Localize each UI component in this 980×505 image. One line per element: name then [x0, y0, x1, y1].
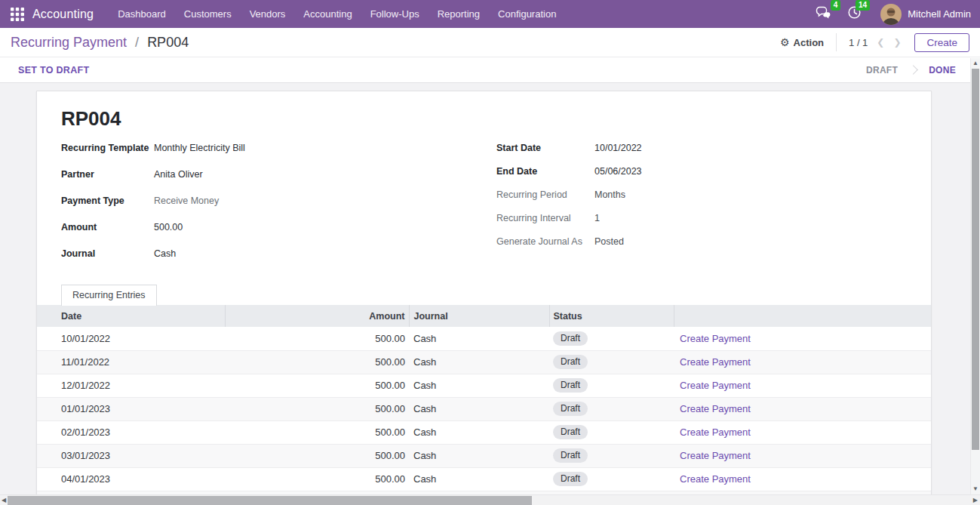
create-payment-link[interactable]: Create Payment — [680, 426, 751, 438]
entry-action-cell: Create Payment — [674, 350, 931, 374]
divider — [836, 33, 837, 51]
field-value[interactable]: 1 — [594, 211, 600, 226]
create-payment-link[interactable]: Create Payment — [680, 356, 751, 368]
scroll-right-arrow-icon[interactable]: ▶ — [973, 495, 978, 505]
field-value[interactable]: Posted — [594, 235, 624, 249]
menu-item-dashboard[interactable]: Dashboard — [109, 0, 175, 28]
messages-button[interactable]: 4 — [816, 6, 831, 22]
breadcrumb-current: RP004 — [147, 35, 189, 50]
scroll-left-arrow-icon[interactable]: ◀ — [2, 495, 6, 505]
field-value[interactable]: Receive Money — [154, 194, 219, 208]
menu-item-accounting[interactable]: Accounting — [294, 0, 361, 28]
chat-icon — [816, 6, 831, 22]
status-badge: Draft — [553, 355, 588, 369]
menu-item-reporting[interactable]: Reporting — [429, 0, 489, 28]
field-label: Start Date — [496, 141, 594, 156]
entry-action-cell: Create Payment — [674, 467, 931, 491]
field-label: Recurring Template — [61, 141, 154, 156]
create-button[interactable]: Create — [914, 33, 969, 52]
menu-item-follow-ups[interactable]: Follow-Ups — [361, 0, 429, 28]
column-header-date[interactable]: Date — [37, 305, 225, 327]
field-value[interactable]: Months — [594, 188, 625, 202]
create-payment-link[interactable]: Create Payment — [680, 450, 751, 461]
field-label: Recurring Period — [496, 188, 594, 202]
status-stage-done[interactable]: DONE — [929, 65, 956, 75]
table-row[interactable]: 01/01/2023500.00CashDraftCreate Payment — [37, 397, 931, 420]
entry-action-cell: Create Payment — [674, 444, 931, 467]
entry-amount: 500.00 — [225, 374, 409, 397]
column-header-amount[interactable]: Amount — [225, 305, 409, 327]
activities-badge: 14 — [856, 0, 870, 11]
table-row[interactable]: 02/01/2023500.00CashDraftCreate Payment — [37, 420, 931, 444]
field-label: Amount — [61, 220, 154, 235]
entry-action-cell: Create Payment — [674, 420, 931, 444]
pager-next-button[interactable]: ❯ — [893, 38, 901, 47]
breadcrumb: Recurring Payment / RP004 — [11, 35, 189, 51]
messages-badge: 4 — [831, 0, 841, 11]
entry-status-cell: Draft — [549, 444, 674, 467]
entry-amount: 500.00 — [225, 350, 409, 374]
field-value[interactable]: Monthly Electricity Bill — [154, 141, 245, 156]
status-stages: DRAFT DONE — [866, 65, 957, 75]
entry-journal: Cash — [409, 420, 549, 444]
table-row[interactable]: 10/01/2022500.00CashDraftCreate Payment — [37, 327, 931, 350]
column-header-status[interactable]: Status — [549, 305, 674, 327]
status-stage-draft[interactable]: DRAFT — [866, 65, 898, 75]
entry-action-cell: Create Payment — [674, 374, 931, 397]
column-header-journal[interactable]: Journal — [409, 305, 549, 327]
table-row[interactable]: 04/01/2023500.00CashDraftCreate Payment — [37, 467, 931, 491]
field-generate-journal-as: Generate Journal As Posted — [496, 235, 907, 249]
field-label: Recurring Interval — [496, 211, 594, 226]
field-value[interactable]: 500.00 — [154, 220, 183, 235]
action-menu-button[interactable]: ⚙ Action — [780, 37, 824, 48]
entry-status-cell: Draft — [549, 350, 674, 374]
field-label: End Date — [496, 165, 594, 179]
entry-journal: Cash — [409, 327, 549, 350]
field-value[interactable]: Cash — [154, 247, 176, 261]
create-payment-link[interactable]: Create Payment — [680, 333, 751, 344]
record-title: RP004 — [61, 91, 907, 131]
menu-item-configuration[interactable]: Configuration — [489, 0, 565, 28]
entry-journal: Cash — [409, 374, 549, 397]
field-amount: Amount 500.00 — [61, 220, 484, 235]
create-payment-link[interactable]: Create Payment — [680, 403, 751, 414]
entry-date: 03/01/2023 — [37, 444, 225, 467]
entry-amount: 500.00 — [225, 327, 409, 350]
gear-icon: ⚙ — [780, 37, 790, 48]
notebook-tabs: Recurring Entries — [37, 285, 931, 305]
menu-item-vendors[interactable]: Vendors — [241, 0, 295, 28]
create-payment-link[interactable]: Create Payment — [680, 473, 751, 485]
apps-grid-icon[interactable] — [11, 8, 24, 21]
field-value[interactable]: 10/01/2022 — [594, 141, 642, 156]
recurring-entries-table: Date Amount Journal Status 10/01/2022500… — [37, 305, 931, 494]
vertical-scrollbar-thumb[interactable] — [972, 69, 979, 450]
pager-previous-button[interactable]: ❮ — [877, 38, 884, 47]
scroll-down-arrow-icon[interactable]: ▼ — [971, 485, 980, 494]
status-badge: Draft — [553, 448, 588, 463]
app-name[interactable]: Accounting — [32, 8, 94, 21]
vertical-scrollbar[interactable]: ▲ ▼ — [970, 58, 980, 494]
entry-amount: 500.00 — [225, 397, 409, 420]
entry-status-cell: Draft — [549, 420, 674, 444]
field-value[interactable]: Anita Oliver — [154, 168, 203, 182]
main-content: RP004 Recurring Template Monthly Electri… — [0, 83, 971, 494]
table-row[interactable]: 03/01/2023500.00CashDraftCreate Payment — [37, 444, 931, 467]
entry-journal: Cash — [409, 397, 549, 420]
breadcrumb-parent-link[interactable]: Recurring Payment — [11, 35, 127, 50]
activities-button[interactable]: 14 — [848, 6, 861, 22]
entry-amount: 500.00 — [225, 444, 409, 467]
horizontal-scrollbar[interactable]: ◀ ▶ — [0, 494, 980, 505]
form-statusbar: SET TO DRAFT DRAFT DONE — [0, 57, 980, 83]
scroll-up-arrow-icon[interactable]: ▲ — [971, 59, 980, 68]
field-value[interactable]: 05/06/2023 — [594, 165, 642, 179]
menu-item-customers[interactable]: Customers — [175, 0, 241, 28]
tab-recurring-entries[interactable]: Recurring Entries — [61, 285, 157, 306]
create-payment-link[interactable]: Create Payment — [680, 380, 751, 391]
table-row[interactable]: 11/01/2022500.00CashDraftCreate Payment — [37, 350, 931, 374]
table-row[interactable]: 12/01/2022500.00CashDraftCreate Payment — [37, 374, 931, 397]
user-menu[interactable]: Mitchell Admin — [880, 4, 971, 25]
entry-date: 11/01/2022 — [37, 350, 225, 374]
set-to-draft-button[interactable]: SET TO DRAFT — [18, 65, 89, 75]
status-badge: Draft — [553, 331, 588, 346]
horizontal-scrollbar-thumb[interactable] — [8, 496, 532, 505]
